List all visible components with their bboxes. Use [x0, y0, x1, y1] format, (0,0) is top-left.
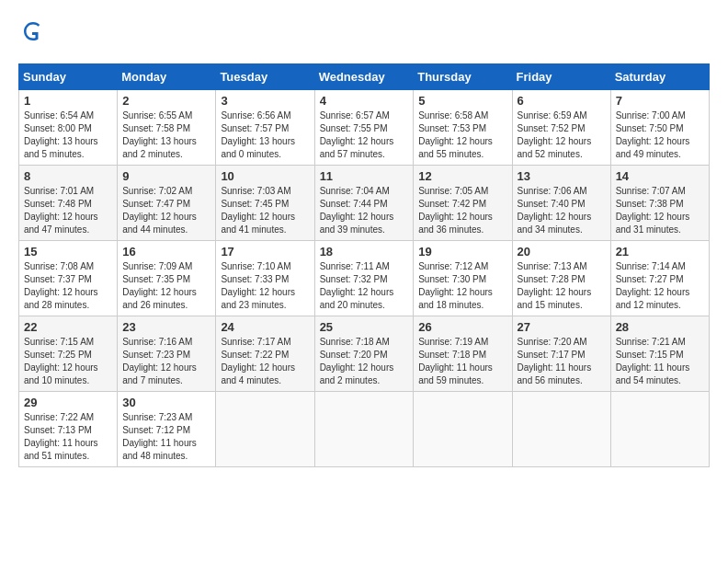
calendar-day-cell: 28Sunrise: 7:21 AMSunset: 7:15 PMDayligh…	[610, 316, 709, 392]
calendar-header-row: SundayMondayTuesdayWednesdayThursdayFrid…	[19, 64, 710, 90]
calendar-day-cell: 20Sunrise: 7:13 AMSunset: 7:28 PMDayligh…	[512, 241, 610, 316]
calendar-day-cell: 5Sunrise: 6:58 AMSunset: 7:53 PMDaylight…	[414, 90, 512, 166]
day-number: 20	[518, 245, 606, 259]
day-info: Sunrise: 7:09 AMSunset: 7:35 PMDaylight:…	[122, 260, 210, 312]
day-info: Sunrise: 7:17 AMSunset: 7:22 PMDaylight:…	[221, 336, 309, 387]
day-number: 8	[24, 169, 112, 183]
day-info: Sunrise: 6:54 AMSunset: 8:00 PMDaylight:…	[24, 109, 112, 161]
day-info: Sunrise: 7:07 AMSunset: 7:38 PMDaylight:…	[616, 185, 704, 236]
day-info: Sunrise: 7:23 AMSunset: 7:12 PMDaylight:…	[122, 411, 210, 463]
day-number: 18	[320, 245, 409, 259]
weekday-header-saturday: Saturday	[610, 64, 709, 90]
calendar-day-cell: 3Sunrise: 6:56 AMSunset: 7:57 PMDaylight…	[216, 90, 314, 166]
day-info: Sunrise: 7:01 AMSunset: 7:48 PMDaylight:…	[24, 185, 112, 236]
calendar-day-cell: 12Sunrise: 7:05 AMSunset: 7:42 PMDayligh…	[414, 166, 512, 241]
day-number: 14	[616, 169, 704, 183]
logo-icon	[20, 18, 46, 44]
calendar-day-cell: 24Sunrise: 7:17 AMSunset: 7:22 PMDayligh…	[216, 316, 314, 392]
calendar-day-cell: 1Sunrise: 6:54 AMSunset: 8:00 PMDaylight…	[19, 90, 118, 166]
day-info: Sunrise: 7:04 AMSunset: 7:44 PMDaylight:…	[320, 185, 409, 236]
calendar-day-cell: 18Sunrise: 7:11 AMSunset: 7:32 PMDayligh…	[314, 241, 414, 316]
calendar-week-row: 15Sunrise: 7:08 AMSunset: 7:37 PMDayligh…	[19, 241, 710, 316]
calendar-day-cell	[512, 392, 610, 467]
calendar-day-cell	[314, 392, 414, 467]
day-info: Sunrise: 7:16 AMSunset: 7:23 PMDaylight:…	[122, 336, 210, 387]
calendar-week-row: 8Sunrise: 7:01 AMSunset: 7:48 PMDaylight…	[19, 166, 710, 241]
day-info: Sunrise: 7:13 AMSunset: 7:28 PMDaylight:…	[518, 260, 606, 312]
day-number: 4	[320, 94, 409, 108]
calendar-day-cell: 16Sunrise: 7:09 AMSunset: 7:35 PMDayligh…	[118, 241, 216, 316]
day-number: 22	[24, 320, 112, 334]
day-info: Sunrise: 7:18 AMSunset: 7:20 PMDaylight:…	[320, 336, 409, 387]
day-number: 12	[418, 169, 506, 183]
weekday-header-monday: Monday	[118, 64, 216, 90]
day-info: Sunrise: 7:08 AMSunset: 7:37 PMDaylight:…	[24, 260, 112, 312]
calendar-week-row: 29Sunrise: 7:22 AMSunset: 7:13 PMDayligh…	[19, 392, 710, 467]
calendar-day-cell: 2Sunrise: 6:55 AMSunset: 7:58 PMDaylight…	[118, 90, 216, 166]
weekday-header-friday: Friday	[512, 64, 610, 90]
day-info: Sunrise: 6:57 AMSunset: 7:55 PMDaylight:…	[320, 109, 409, 161]
calendar-day-cell: 9Sunrise: 7:02 AMSunset: 7:47 PMDaylight…	[118, 166, 216, 241]
day-info: Sunrise: 7:12 AMSunset: 7:30 PMDaylight:…	[418, 260, 506, 312]
day-number: 1	[24, 94, 112, 108]
day-number: 6	[518, 94, 606, 108]
calendar-table: SundayMondayTuesdayWednesdayThursdayFrid…	[18, 63, 710, 467]
page-header	[18, 18, 710, 49]
day-number: 3	[221, 94, 309, 108]
day-number: 29	[24, 396, 112, 409]
day-info: Sunrise: 7:02 AMSunset: 7:47 PMDaylight:…	[122, 185, 210, 236]
day-info: Sunrise: 6:59 AMSunset: 7:52 PMDaylight:…	[518, 109, 606, 161]
day-number: 9	[122, 169, 210, 183]
calendar-day-cell: 6Sunrise: 6:59 AMSunset: 7:52 PMDaylight…	[512, 90, 610, 166]
day-number: 28	[616, 320, 704, 334]
day-number: 23	[122, 320, 210, 334]
calendar-day-cell: 14Sunrise: 7:07 AMSunset: 7:38 PMDayligh…	[610, 166, 709, 241]
day-number: 16	[122, 245, 210, 259]
day-number: 2	[122, 94, 210, 108]
calendar-day-cell: 22Sunrise: 7:15 AMSunset: 7:25 PMDayligh…	[19, 316, 118, 392]
calendar-week-row: 22Sunrise: 7:15 AMSunset: 7:25 PMDayligh…	[19, 316, 710, 392]
calendar-day-cell: 13Sunrise: 7:06 AMSunset: 7:40 PMDayligh…	[512, 166, 610, 241]
day-info: Sunrise: 6:58 AMSunset: 7:53 PMDaylight:…	[418, 109, 506, 161]
day-info: Sunrise: 7:11 AMSunset: 7:32 PMDaylight:…	[320, 260, 409, 312]
day-info: Sunrise: 7:10 AMSunset: 7:33 PMDaylight:…	[221, 260, 309, 312]
day-number: 27	[518, 320, 606, 334]
day-number: 5	[418, 94, 506, 108]
day-info: Sunrise: 7:06 AMSunset: 7:40 PMDaylight:…	[518, 185, 606, 236]
calendar-day-cell: 19Sunrise: 7:12 AMSunset: 7:30 PMDayligh…	[414, 241, 512, 316]
calendar-day-cell	[216, 392, 314, 467]
calendar-day-cell: 26Sunrise: 7:19 AMSunset: 7:18 PMDayligh…	[414, 316, 512, 392]
day-info: Sunrise: 7:14 AMSunset: 7:27 PMDaylight:…	[616, 260, 704, 312]
day-number: 13	[518, 169, 606, 183]
day-info: Sunrise: 7:00 AMSunset: 7:50 PMDaylight:…	[616, 109, 704, 161]
calendar-day-cell: 4Sunrise: 6:57 AMSunset: 7:55 PMDaylight…	[314, 90, 414, 166]
calendar-day-cell: 8Sunrise: 7:01 AMSunset: 7:48 PMDaylight…	[19, 166, 118, 241]
day-number: 10	[221, 169, 309, 183]
day-number: 7	[616, 94, 704, 108]
day-number: 15	[24, 245, 112, 259]
weekday-header-wednesday: Wednesday	[314, 64, 414, 90]
calendar-day-cell: 30Sunrise: 7:23 AMSunset: 7:12 PMDayligh…	[118, 392, 216, 467]
day-number: 21	[616, 245, 704, 259]
day-number: 17	[221, 245, 309, 259]
weekday-header-sunday: Sunday	[19, 64, 118, 90]
calendar-day-cell: 17Sunrise: 7:10 AMSunset: 7:33 PMDayligh…	[216, 241, 314, 316]
day-info: Sunrise: 6:55 AMSunset: 7:58 PMDaylight:…	[122, 109, 210, 161]
day-info: Sunrise: 6:56 AMSunset: 7:57 PMDaylight:…	[221, 109, 309, 161]
day-info: Sunrise: 7:05 AMSunset: 7:42 PMDaylight:…	[418, 185, 506, 236]
calendar-day-cell	[414, 392, 512, 467]
calendar-day-cell: 7Sunrise: 7:00 AMSunset: 7:50 PMDaylight…	[610, 90, 709, 166]
calendar-day-cell: 25Sunrise: 7:18 AMSunset: 7:20 PMDayligh…	[314, 316, 414, 392]
calendar-day-cell: 23Sunrise: 7:16 AMSunset: 7:23 PMDayligh…	[118, 316, 216, 392]
weekday-header-thursday: Thursday	[414, 64, 512, 90]
calendar-day-cell	[610, 392, 709, 467]
calendar-day-cell: 27Sunrise: 7:20 AMSunset: 7:17 PMDayligh…	[512, 316, 610, 392]
calendar-day-cell: 21Sunrise: 7:14 AMSunset: 7:27 PMDayligh…	[610, 241, 709, 316]
day-number: 25	[320, 320, 409, 334]
weekday-header-tuesday: Tuesday	[216, 64, 314, 90]
day-number: 19	[418, 245, 506, 259]
day-info: Sunrise: 7:03 AMSunset: 7:45 PMDaylight:…	[221, 185, 309, 236]
calendar-day-cell: 10Sunrise: 7:03 AMSunset: 7:45 PMDayligh…	[216, 166, 314, 241]
day-number: 30	[122, 396, 210, 409]
day-info: Sunrise: 7:20 AMSunset: 7:17 PMDaylight:…	[518, 336, 606, 387]
